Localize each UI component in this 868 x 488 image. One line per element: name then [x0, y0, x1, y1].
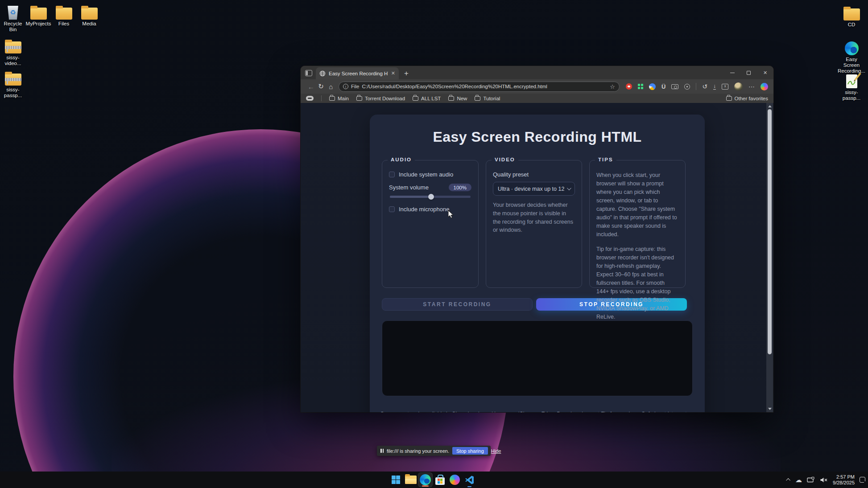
- desktop-icon-media[interactable]: Media: [76, 4, 102, 27]
- system-volume-label: System volume: [389, 184, 429, 191]
- browser-toolbar: ← ↻ ⌂ i File C:/Users/radul/Desktop/Easy…: [301, 79, 773, 94]
- folder-icon: [81, 8, 98, 20]
- minimize-icon: [730, 73, 735, 73]
- refresh-icon[interactable]: ↻: [316, 82, 326, 90]
- collections-icon[interactable]: [306, 96, 314, 101]
- desktop-icon-myprojects[interactable]: MyProjects: [25, 4, 51, 27]
- scrollbar-thumb[interactable]: [768, 109, 772, 354]
- extension-generic-icon[interactable]: [684, 84, 690, 90]
- include-microphone-checkbox[interactable]: [389, 206, 395, 212]
- web-capture-icon[interactable]: [722, 84, 728, 90]
- bookmark-label: Tutorial: [483, 96, 500, 101]
- bookmark-folder-main[interactable]: Main: [329, 96, 349, 101]
- hide-link[interactable]: Hide: [491, 448, 501, 454]
- history-icon[interactable]: ↺: [702, 83, 707, 90]
- slider-thumb[interactable]: [428, 194, 434, 200]
- speaker-muted-icon[interactable]: [820, 477, 828, 483]
- pointer-note: Your browser decides whether the mouse p…: [493, 201, 575, 234]
- extension-red-icon[interactable]: [626, 83, 632, 90]
- tab-close-icon[interactable]: ✕: [391, 70, 395, 76]
- desktop-icon-files[interactable]: Files: [51, 4, 77, 27]
- copilot-icon: [450, 475, 460, 485]
- bookmark-label: New: [457, 96, 467, 101]
- settings-more-icon[interactable]: ···: [748, 83, 755, 90]
- desktop-icon-label: Recycle Bin: [0, 21, 26, 33]
- bookmark-folder-tutorial[interactable]: Tutorial: [475, 96, 500, 101]
- notification-center-icon[interactable]: [860, 477, 865, 483]
- url-text: C:/Users/radul/Desktop/Easy%20Screen%20R…: [362, 84, 607, 89]
- profile-avatar[interactable]: [734, 82, 743, 91]
- pause-icon: [380, 449, 384, 453]
- folder-icon: [448, 96, 454, 101]
- volume-row: System volume 100%: [389, 184, 471, 191]
- display-cast-icon[interactable]: [807, 477, 815, 483]
- bookmark-folder-all-lst[interactable]: ALL LST: [413, 96, 441, 101]
- page-content: Easy Screen Recording HTML AUDIO Include…: [301, 103, 773, 412]
- page-info-icon[interactable]: i: [343, 84, 348, 89]
- desktop-icon-sissy-passp-doc[interactable]: sissy-passp...: [839, 72, 864, 101]
- edge-browser-button[interactable]: [418, 472, 433, 487]
- browser-tab[interactable]: Easy Screen Recording HTML ✕: [316, 67, 399, 79]
- close-button[interactable]: ✕: [757, 66, 773, 79]
- desktop-icon-easy-screen-recording[interactable]: Easy Screen Recording...: [838, 39, 865, 74]
- copilot-icon[interactable]: [761, 83, 768, 90]
- extension-green-dots-icon[interactable]: [638, 84, 643, 89]
- address-bar[interactable]: i File C:/Users/radul/Desktop/Easy%20Scr…: [339, 82, 620, 92]
- quality-preset-select[interactable]: Ultra · device max up to 120 f: [493, 182, 575, 196]
- desktop-icon-sissy-passp-zip[interactable]: sissy-passp...: [0, 70, 26, 98]
- favorite-star-icon[interactable]: ☆: [610, 83, 615, 90]
- scroll-down-arrow[interactable]: [768, 408, 772, 410]
- start-recording-button[interactable]: START RECORDING: [382, 298, 533, 311]
- scroll-up-arrow[interactable]: [768, 105, 772, 107]
- screen-sharing-bar: file:/// is sharing your screen. Stop sh…: [377, 446, 491, 456]
- maximize-button[interactable]: [740, 66, 757, 79]
- bookmark-folder-torrent-download[interactable]: Torrent Download: [356, 96, 405, 101]
- extension-u-icon[interactable]: Ü: [661, 83, 665, 90]
- bookmarks-bar: Main Torrent Download ALL LST New Tutori…: [301, 94, 773, 103]
- other-favorites[interactable]: Other favorites: [726, 96, 768, 101]
- copilot-button[interactable]: [447, 472, 462, 487]
- volume-value-badge: 100%: [449, 184, 471, 191]
- bookmark-folder-new[interactable]: New: [448, 96, 467, 101]
- desktop-icon-recycle-bin[interactable]: ♻ Recycle Bin: [0, 4, 26, 33]
- bookmark-label: ALL LST: [421, 96, 441, 101]
- quality-preset-label: Quality preset: [493, 171, 575, 178]
- clock[interactable]: 2:57 PM 9/28/2025: [833, 474, 855, 486]
- active-app-indicator: [422, 485, 429, 487]
- page-footer: Screen capture is available in Chromium-…: [370, 410, 705, 412]
- scrollbar[interactable]: [766, 103, 773, 412]
- tray-time: 2:57 PM: [833, 474, 855, 480]
- folder-icon: [843, 8, 860, 21]
- taskbar: ☁ 2:57 PM 9/28/2025: [0, 472, 868, 488]
- extension-colorful-icon[interactable]: [649, 83, 656, 90]
- zipper-detail: [5, 46, 21, 49]
- hidden-icons-chevron[interactable]: [786, 478, 790, 483]
- other-favorites-label: Other favorites: [735, 96, 768, 101]
- desktop-icon-sissy-video-zip[interactable]: sissy-video...: [0, 37, 26, 66]
- desktop-icon-label: MyProjects: [25, 21, 51, 27]
- recycle-bin-icon: ♻: [7, 6, 19, 20]
- file-explorer-button[interactable]: [403, 472, 418, 487]
- tab-actions-icon[interactable]: [305, 70, 312, 76]
- system-volume-slider[interactable]: [390, 196, 471, 198]
- microsoft-store-button[interactable]: [433, 472, 447, 487]
- back-icon[interactable]: ←: [306, 83, 316, 90]
- toolbar-divider: [696, 83, 696, 90]
- vscode-button[interactable]: [462, 472, 477, 487]
- onedrive-cloud-icon[interactable]: ☁: [795, 476, 802, 484]
- include-system-audio-checkbox[interactable]: [389, 172, 395, 177]
- minimize-button[interactable]: [724, 66, 740, 79]
- folder-icon: [726, 96, 732, 101]
- desktop-icon-label: sissy-passp...: [0, 87, 26, 98]
- system-tray: ☁ 2:57 PM 9/28/2025: [787, 472, 865, 488]
- new-tab-button[interactable]: +: [404, 70, 409, 77]
- stop-sharing-button[interactable]: Stop sharing: [452, 447, 488, 455]
- tips-legend: TIPS: [595, 157, 616, 162]
- folder-icon: [329, 96, 335, 101]
- start-button[interactable]: [389, 472, 403, 487]
- footer-line-1: Screen capture is available in Chromium-…: [373, 410, 701, 412]
- desktop-icon-cd[interactable]: CD: [839, 4, 864, 28]
- extension-camera-icon[interactable]: [671, 84, 678, 89]
- home-icon[interactable]: ⌂: [326, 83, 336, 90]
- downloads-icon[interactable]: ↓: [713, 84, 716, 90]
